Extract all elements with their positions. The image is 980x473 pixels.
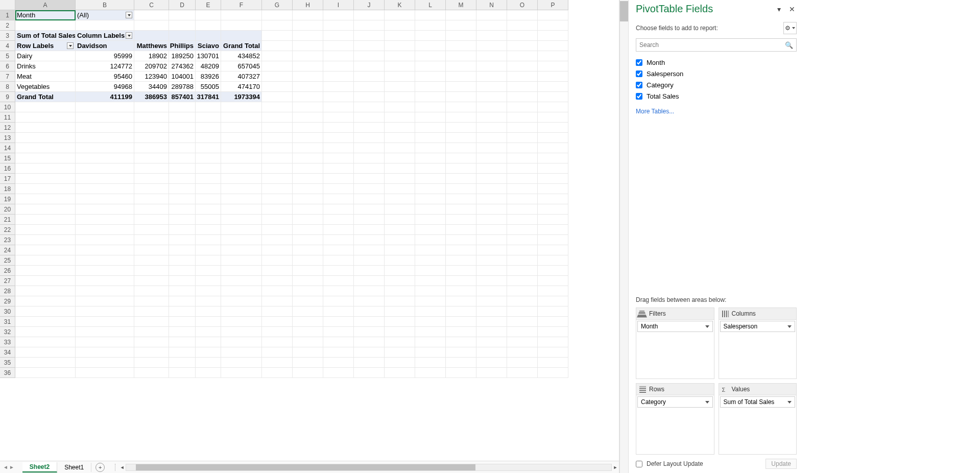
cell[interactable] <box>169 225 196 235</box>
cell[interactable] <box>293 368 323 378</box>
cell[interactable] <box>323 143 354 153</box>
cell[interactable] <box>262 174 293 184</box>
cell[interactable] <box>262 306 293 317</box>
cell[interactable] <box>293 82 323 92</box>
column-header[interactable]: O <box>507 0 538 10</box>
cell[interactable] <box>476 102 507 112</box>
cell[interactable] <box>262 327 293 337</box>
cell[interactable] <box>476 225 507 235</box>
cell[interactable] <box>293 102 323 112</box>
cell[interactable] <box>385 266 415 276</box>
cell[interactable] <box>76 306 134 317</box>
vertical-scrollbar[interactable] <box>619 0 628 473</box>
cell[interactable] <box>15 266 76 276</box>
cell[interactable] <box>293 31 323 41</box>
cell[interactable] <box>415 266 446 276</box>
cell[interactable] <box>15 235 76 245</box>
cell[interactable]: 289788 <box>169 82 196 92</box>
cell[interactable] <box>476 255 507 266</box>
cell[interactable] <box>196 194 221 204</box>
cell[interactable] <box>169 306 196 317</box>
row-header[interactable]: 26 <box>0 266 15 276</box>
cell[interactable] <box>169 123 196 133</box>
cell[interactable] <box>446 245 476 255</box>
column-header[interactable]: N <box>476 0 507 10</box>
cell[interactable] <box>446 327 476 337</box>
cell[interactable] <box>538 225 568 235</box>
cell[interactable] <box>323 102 354 112</box>
cell[interactable] <box>293 112 323 123</box>
cell[interactable] <box>538 194 568 204</box>
cell[interactable] <box>507 245 538 255</box>
cell[interactable] <box>538 255 568 266</box>
cell[interactable] <box>538 92 568 102</box>
cell[interactable] <box>76 255 134 266</box>
cell[interactable] <box>323 112 354 123</box>
close-icon[interactable]: ✕ <box>787 5 797 14</box>
cell[interactable] <box>354 174 385 184</box>
cell[interactable] <box>76 245 134 255</box>
cell[interactable] <box>262 286 293 296</box>
cell[interactable] <box>134 163 169 174</box>
cell[interactable] <box>262 184 293 194</box>
cell[interactable] <box>293 51 323 61</box>
cell[interactable] <box>354 306 385 317</box>
cell[interactable] <box>415 296 446 306</box>
sheet-nav[interactable]: ◄ ► <box>0 464 17 470</box>
cell[interactable] <box>415 82 446 92</box>
cell[interactable] <box>507 337 538 347</box>
cell[interactable] <box>134 245 169 255</box>
cell[interactable] <box>196 337 221 347</box>
cell[interactable] <box>354 153 385 163</box>
cell[interactable] <box>476 317 507 327</box>
cell[interactable] <box>221 204 262 215</box>
cell[interactable] <box>323 255 354 266</box>
cell[interactable] <box>221 102 262 112</box>
cell[interactable] <box>323 215 354 225</box>
cell[interactable] <box>354 215 385 225</box>
cell[interactable] <box>415 215 446 225</box>
cell[interactable]: 189250 <box>169 51 196 61</box>
cell[interactable] <box>476 10 507 20</box>
cell[interactable] <box>293 153 323 163</box>
cell[interactable] <box>262 10 293 20</box>
row-header[interactable]: 29 <box>0 296 15 306</box>
cell[interactable]: 18902 <box>134 51 169 61</box>
cell[interactable] <box>134 347 169 358</box>
cell[interactable]: Sciavo <box>196 41 221 51</box>
field-checkbox[interactable] <box>636 70 642 77</box>
cell[interactable] <box>323 20 354 31</box>
cell[interactable] <box>262 112 293 123</box>
cell[interactable] <box>134 153 169 163</box>
cell[interactable] <box>262 153 293 163</box>
cell[interactable] <box>15 153 76 163</box>
cell[interactable] <box>415 235 446 245</box>
row-header[interactable]: 11 <box>0 112 15 123</box>
cell[interactable] <box>476 133 507 143</box>
cell[interactable] <box>415 184 446 194</box>
row-header[interactable]: 13 <box>0 133 15 143</box>
cell[interactable] <box>293 92 323 102</box>
row-header[interactable]: 15 <box>0 153 15 163</box>
cell[interactable] <box>385 133 415 143</box>
cell[interactable] <box>415 337 446 347</box>
cell[interactable] <box>169 245 196 255</box>
cell[interactable] <box>323 368 354 378</box>
cell[interactable]: Vegetables <box>15 82 76 92</box>
cell[interactable] <box>76 20 134 31</box>
cell[interactable] <box>354 255 385 266</box>
cell[interactable] <box>446 347 476 358</box>
field-checkbox[interactable] <box>636 93 642 100</box>
cell[interactable] <box>196 286 221 296</box>
cell[interactable] <box>293 245 323 255</box>
cell[interactable] <box>15 143 76 153</box>
cell[interactable] <box>221 31 262 41</box>
cell[interactable] <box>134 123 169 133</box>
cell[interactable] <box>385 143 415 153</box>
cell[interactable] <box>476 41 507 51</box>
cell[interactable] <box>507 163 538 174</box>
row-header[interactable]: 21 <box>0 215 15 225</box>
cell[interactable] <box>476 20 507 31</box>
cell[interactable]: 48209 <box>196 61 221 72</box>
row-header[interactable]: 17 <box>0 174 15 184</box>
